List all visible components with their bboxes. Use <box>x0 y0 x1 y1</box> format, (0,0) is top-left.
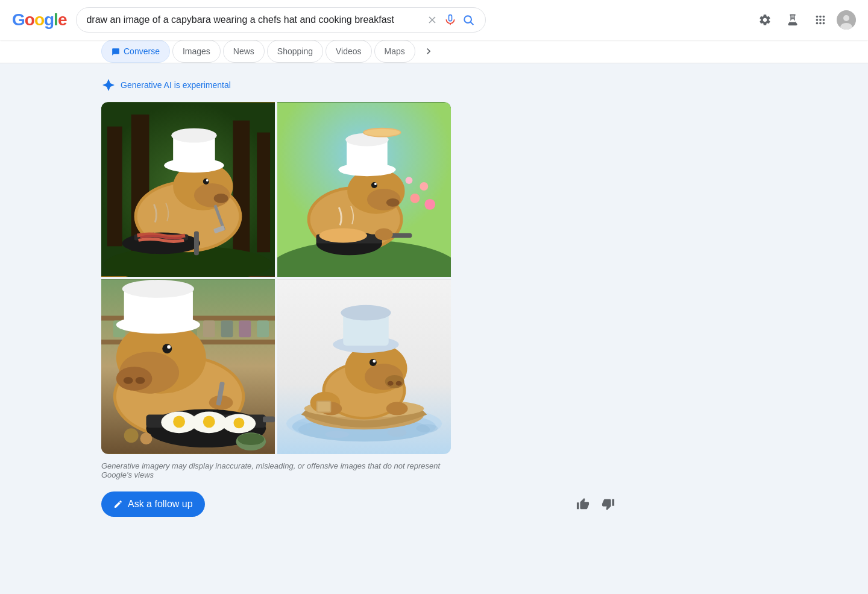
svg-point-115 <box>292 422 310 431</box>
svg-point-106 <box>370 359 377 366</box>
svg-point-18 <box>214 194 228 203</box>
svg-point-118 <box>388 428 407 437</box>
svg-rect-64 <box>257 321 269 338</box>
svg-rect-85 <box>263 416 275 422</box>
capybara-image-3[interactable] <box>101 279 275 454</box>
tab-news[interactable]: News <box>223 40 265 63</box>
ai-diamond-icon <box>101 78 116 92</box>
svg-point-76 <box>122 280 194 298</box>
header-right <box>753 8 856 31</box>
svg-point-5 <box>843 15 849 21</box>
thumbs-up-icon <box>576 498 590 511</box>
svg-point-73 <box>167 345 171 349</box>
svg-rect-12 <box>257 133 270 253</box>
clear-button[interactable] <box>425 13 439 27</box>
avatar[interactable] <box>837 10 856 30</box>
nav-tabs: Converse Images News Shopping Videos Map… <box>0 40 868 63</box>
svg-point-41 <box>371 182 377 188</box>
thumbs-up-button[interactable] <box>571 493 594 516</box>
svg-point-2 <box>465 16 472 23</box>
svg-point-91 <box>237 433 264 445</box>
svg-point-112 <box>386 402 408 415</box>
flask-button[interactable] <box>781 8 804 31</box>
svg-point-88 <box>124 428 139 443</box>
capybara-image-1[interactable] <box>101 102 275 277</box>
svg-point-103 <box>385 375 404 388</box>
svg-point-32 <box>410 194 420 203</box>
svg-point-82 <box>173 415 185 428</box>
google-logo[interactable]: Google <box>12 10 66 30</box>
svg-rect-62 <box>221 321 233 338</box>
svg-point-35 <box>424 199 435 210</box>
svg-point-89 <box>140 432 153 444</box>
svg-point-104 <box>388 381 394 386</box>
thumbs-down-icon <box>602 498 615 511</box>
svg-rect-63 <box>239 321 251 338</box>
capybara-image-2[interactable] <box>277 102 451 277</box>
tab-videos[interactable]: Videos <box>326 40 372 63</box>
settings-button[interactable] <box>753 8 776 31</box>
svg-point-52 <box>375 229 393 241</box>
svg-point-47 <box>364 129 400 136</box>
ai-badge-text: Generative AI is experimental <box>121 80 231 90</box>
header: Google <box>0 0 868 40</box>
svg-point-110 <box>341 305 391 321</box>
svg-point-70 <box>124 377 133 384</box>
follow-up-button[interactable]: Ask a follow up <box>101 491 205 517</box>
search-input[interactable] <box>86 14 420 25</box>
svg-rect-9 <box>107 127 122 247</box>
svg-point-19 <box>203 179 209 185</box>
more-tabs-button[interactable] <box>418 40 439 62</box>
svg-rect-26 <box>194 232 199 256</box>
ai-badge: Generative AI is experimental <box>101 78 767 92</box>
tab-shopping[interactable]: Shopping <box>267 40 323 63</box>
thumbs-down-button[interactable] <box>597 493 620 516</box>
svg-point-20 <box>206 179 209 182</box>
svg-point-42 <box>374 183 377 185</box>
image-grid <box>101 102 451 454</box>
follow-up-area: Ask a follow up <box>101 491 620 517</box>
svg-point-23 <box>171 128 216 143</box>
search-button[interactable] <box>461 13 476 27</box>
svg-point-105 <box>396 381 402 386</box>
feedback-buttons <box>571 493 620 516</box>
svg-point-84 <box>233 417 244 428</box>
svg-point-107 <box>373 360 376 363</box>
mic-button[interactable] <box>444 14 456 26</box>
tab-maps[interactable]: Maps <box>374 40 415 63</box>
search-bar <box>76 7 486 33</box>
svg-point-71 <box>136 377 145 384</box>
svg-point-69 <box>116 367 153 391</box>
pencil-icon <box>113 499 123 509</box>
disclaimer-text: Generative imagery may display inaccurat… <box>101 461 463 479</box>
svg-rect-114 <box>318 402 330 412</box>
svg-point-33 <box>420 182 428 191</box>
apps-button[interactable] <box>809 8 832 31</box>
tab-images[interactable]: Images <box>172 40 221 63</box>
svg-point-116 <box>416 424 438 432</box>
main-content: Generative AI is experimental <box>0 63 868 546</box>
follow-up-label: Ask a follow up <box>128 499 193 510</box>
svg-point-72 <box>162 344 172 353</box>
svg-line-3 <box>471 22 474 25</box>
svg-point-50 <box>319 229 367 243</box>
tab-converse[interactable]: Converse <box>101 40 170 63</box>
svg-rect-61 <box>203 321 215 338</box>
svg-point-117 <box>325 431 349 438</box>
capybara-image-4[interactable] <box>277 279 451 454</box>
svg-point-34 <box>406 177 413 184</box>
svg-point-40 <box>386 198 400 207</box>
svg-point-83 <box>203 415 215 428</box>
